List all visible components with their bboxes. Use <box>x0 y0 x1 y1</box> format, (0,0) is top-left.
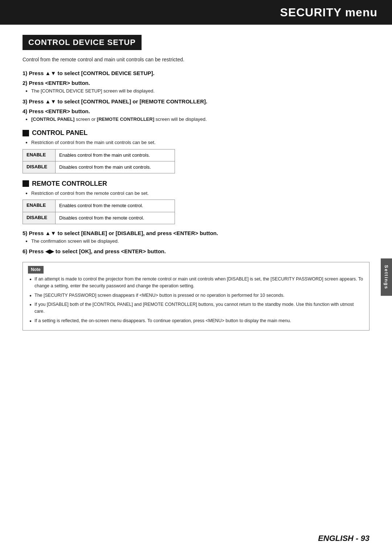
table-row: DISABLE Disables control from the remote… <box>23 212 175 224</box>
step-4-header: 4) Press <ENTER> button. <box>23 108 369 114</box>
main-content: CONTROL DEVICE SETUP Control from the re… <box>0 25 392 341</box>
control-panel-bullet: Restriction of control from the main uni… <box>31 139 369 146</box>
note-box: Note If an attempt is made to control th… <box>23 262 369 331</box>
step-5: 5) Press ▲▼ to select [ENABLE] or [DISAB… <box>23 230 369 245</box>
remote-controller-bullet: Restriction of control from the remote c… <box>31 190 369 197</box>
table-row: ENABLE Enables control from the remote c… <box>23 200 175 212</box>
disable-desc: Disables control from the main unit cont… <box>56 161 175 173</box>
remote-controller-title: REMOTE CONTROLLER <box>23 180 369 188</box>
note-item-2: The [SECURITY PASSWORD] screen disappear… <box>34 292 364 299</box>
remote-controller-table: ENABLE Enables control from the remote c… <box>23 200 175 224</box>
control-panel-title: CONTROL PANEL <box>23 129 369 137</box>
table-row: DISABLE Disables control from the main u… <box>23 161 175 173</box>
enable-desc: Enables control from the main unit contr… <box>56 149 175 161</box>
step-2-bullet: The [CONTROL DEVICE SETUP] screen will b… <box>31 87 369 95</box>
step-1-header: 1) Press ▲▼ to select [CONTROL DEVICE SE… <box>23 70 369 76</box>
enable-label: ENABLE <box>23 149 56 161</box>
black-square-icon-2 <box>23 180 29 187</box>
note-item-4: If a setting is reflected, the on-screen… <box>34 317 364 324</box>
control-panel-table: ENABLE Enables control from the main uni… <box>23 149 175 173</box>
remote-enable-desc: Enables control from the remote control. <box>56 200 175 212</box>
header-bar: SECURITY menu <box>0 0 392 25</box>
step-2: 2) Press <ENTER> button. The [CONTROL DE… <box>23 80 369 95</box>
step-5-bullet: The confirmation screen will be displaye… <box>31 238 369 245</box>
footer-text: ENGLISH - 93 <box>318 534 369 543</box>
step-3-header: 3) Press ▲▼ to select [CONTROL PANEL] or… <box>23 98 369 104</box>
step-1: 1) Press ▲▼ to select [CONTROL DEVICE SE… <box>23 70 369 76</box>
disable-label: DISABLE <box>23 161 56 173</box>
step-3: 3) Press ▲▼ to select [CONTROL PANEL] or… <box>23 98 369 104</box>
sidebar-settings-tab: Settings <box>381 258 392 296</box>
footer: ENGLISH - 93 <box>318 534 369 543</box>
step-6: 6) Press ◀▶ to select [OK], and press <E… <box>23 248 369 255</box>
table-row: ENABLE Enables control from the main uni… <box>23 149 175 161</box>
step-4-bullet: [CONTROL PANEL] screen or [REMOTE CONTRO… <box>31 116 369 123</box>
page-title: SECURITY menu <box>280 6 377 19</box>
note-item-3: If you [DISABLE] both of the [CONTROL PA… <box>34 301 364 315</box>
intro-text: Control from the remote control and main… <box>23 56 369 63</box>
remote-disable-label: DISABLE <box>23 212 56 224</box>
section-banner: CONTROL DEVICE SETUP <box>23 35 142 50</box>
note-label: Note <box>28 266 44 274</box>
black-square-icon <box>23 130 29 136</box>
step-4: 4) Press <ENTER> button. [CONTROL PANEL]… <box>23 108 369 123</box>
step-6-header: 6) Press ◀▶ to select [OK], and press <E… <box>23 248 369 255</box>
step-5-header: 5) Press ▲▼ to select [ENABLE] or [DISAB… <box>23 230 369 236</box>
note-item-1: If an attempt is made to control the pro… <box>34 276 364 290</box>
remote-disable-desc: Disables control from the remote control… <box>56 212 175 224</box>
step-2-header: 2) Press <ENTER> button. <box>23 80 369 86</box>
remote-enable-label: ENABLE <box>23 200 56 212</box>
